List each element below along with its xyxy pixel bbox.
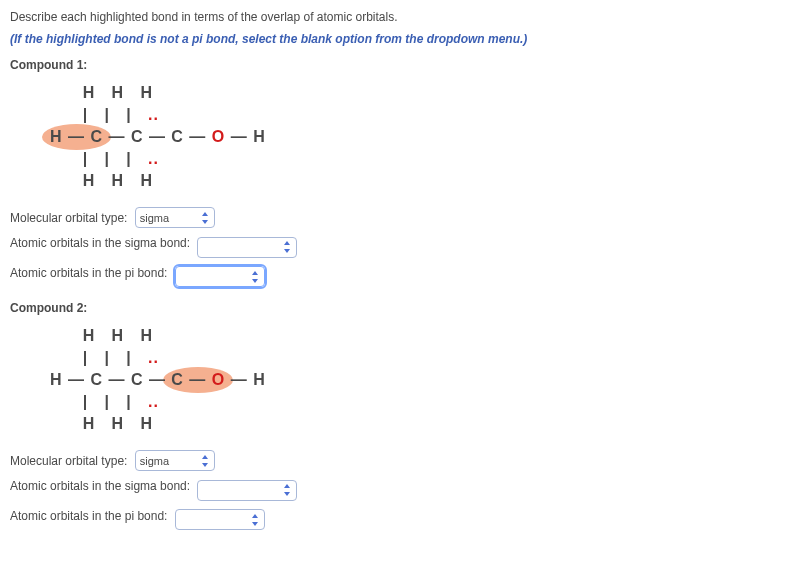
compound1-label: Compound 1: (10, 58, 782, 72)
chevron-updown-icon (250, 513, 260, 527)
c1-q3-label: Atomic orbitals in the pi bond: (10, 266, 167, 280)
chevron-updown-icon (250, 270, 260, 284)
compound2-structure: H H H | | | .. H — C — C — C — O — H | |… (50, 325, 782, 435)
c2-pi-orbitals-select[interactable] (175, 509, 265, 530)
c2-q1-label: Molecular orbital type: (10, 454, 127, 468)
c2-q3-label: Atomic orbitals in the pi bond: (10, 509, 167, 523)
instruction-text: Describe each highlighted bond in terms … (10, 10, 782, 24)
compound2-label: Compound 2: (10, 301, 782, 315)
c1-q2-label: Atomic orbitals in the sigma bond: (10, 236, 190, 250)
c2-orbital-type-select[interactable]: sigma (135, 450, 215, 471)
c2-sigma-orbitals-select[interactable] (197, 480, 297, 501)
c1-orbital-type-select[interactable]: sigma (135, 207, 215, 228)
c1-sigma-orbitals-select[interactable] (197, 237, 297, 258)
chevron-updown-icon (282, 240, 292, 254)
c1-q1-label: Molecular orbital type: (10, 211, 127, 225)
compound1-structure: H H H | | | .. H — C — C — C — O — H | |… (50, 82, 782, 192)
chevron-updown-icon (200, 454, 210, 468)
c2-q2-label: Atomic orbitals in the sigma bond: (10, 479, 190, 493)
hint-text: (If the highlighted bond is not a pi bon… (10, 32, 782, 46)
chevron-updown-icon (282, 483, 292, 497)
chevron-updown-icon (200, 211, 210, 225)
c1-pi-orbitals-select[interactable] (175, 266, 265, 287)
